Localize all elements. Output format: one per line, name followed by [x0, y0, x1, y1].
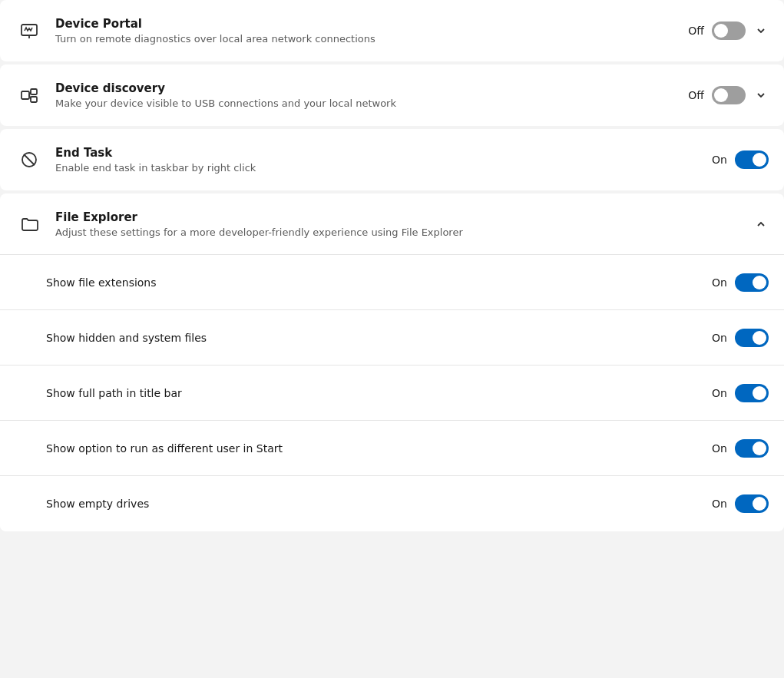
show-empty-drives-toggle[interactable]: [735, 494, 769, 513]
device-portal-toggle[interactable]: [712, 21, 746, 40]
end-task-desc: Enable end task in taskbar by right clic…: [55, 162, 709, 174]
show-run-as-different-user-status: On: [709, 442, 727, 455]
svg-rect-3: [22, 91, 29, 99]
device-portal-desc: Turn on remote diagnostics over local ar…: [55, 33, 686, 45]
file-explorer-chevron-up-icon[interactable]: [753, 217, 769, 232]
svg-line-9: [24, 154, 35, 165]
svg-rect-0: [22, 25, 37, 35]
svg-rect-4: [31, 89, 37, 94]
show-file-extensions-control: On: [709, 273, 769, 292]
show-run-as-different-user-label: Show option to run as different user in …: [46, 442, 709, 455]
end-task-toggle[interactable]: [735, 150, 769, 169]
device-portal-icon: [15, 17, 43, 45]
device-portal-control: Off: [686, 21, 769, 40]
show-run-as-different-user-toggle[interactable]: [735, 439, 769, 458]
sub-row-show-empty-drives: Show empty drivesOn: [0, 476, 784, 531]
file-explorer-control: [753, 217, 769, 232]
file-explorer-text: File ExplorerAdjust these settings for a…: [55, 210, 753, 238]
show-run-as-different-user-control: On: [709, 439, 769, 458]
show-hidden-system-files-label: Show hidden and system files: [46, 332, 709, 344]
setting-row-device-discovery: Device discoveryMake your device visible…: [0, 64, 784, 126]
svg-rect-5: [31, 97, 37, 102]
show-full-path-label: Show full path in title bar: [46, 387, 709, 399]
device-discovery-chevron-down-icon[interactable]: [753, 88, 769, 103]
device-discovery-status: Off: [686, 89, 704, 101]
show-full-path-status: On: [709, 387, 727, 399]
device-discovery-desc: Make your device visible to USB connecti…: [55, 98, 686, 109]
settings-container: Device PortalTurn on remote diagnostics …: [0, 0, 784, 531]
device-discovery-icon: [15, 81, 43, 109]
device-portal-text: Device PortalTurn on remote diagnostics …: [55, 17, 686, 45]
sub-row-show-full-path: Show full path in title barOn: [0, 365, 784, 421]
show-full-path-control: On: [709, 384, 769, 402]
show-hidden-system-files-status: On: [709, 332, 727, 344]
show-file-extensions-toggle[interactable]: [735, 273, 769, 292]
end-task-title: End Task: [55, 146, 709, 160]
device-portal-title: Device Portal: [55, 17, 686, 31]
show-full-path-toggle[interactable]: [735, 384, 769, 402]
end-task-control: On: [709, 150, 769, 169]
setting-card-device-portal: Device PortalTurn on remote diagnostics …: [0, 0, 784, 61]
file-explorer-desc: Adjust these settings for a more develop…: [55, 227, 753, 238]
show-hidden-system-files-toggle[interactable]: [735, 329, 769, 347]
end-task-text: End TaskEnable end task in taskbar by ri…: [55, 146, 709, 174]
show-file-extensions-label: Show file extensions: [46, 276, 709, 289]
setting-card-device-discovery: Device discoveryMake your device visible…: [0, 64, 784, 126]
file-explorer-title: File Explorer: [55, 210, 753, 224]
device-discovery-title: Device discovery: [55, 81, 686, 95]
file-explorer-icon: [15, 210, 43, 238]
setting-row-end-task: End TaskEnable end task in taskbar by ri…: [0, 129, 784, 190]
end-task-status: On: [709, 154, 727, 166]
setting-row-file-explorer: File ExplorerAdjust these settings for a…: [0, 193, 784, 255]
show-empty-drives-status: On: [709, 498, 727, 510]
setting-card-file-explorer: File ExplorerAdjust these settings for a…: [0, 193, 784, 531]
device-discovery-control: Off: [686, 86, 769, 104]
show-empty-drives-label: Show empty drives: [46, 498, 709, 510]
show-file-extensions-status: On: [709, 276, 727, 289]
sub-row-show-hidden-system-files: Show hidden and system filesOn: [0, 310, 784, 365]
sub-row-show-run-as-different-user: Show option to run as different user in …: [0, 421, 784, 476]
device-portal-chevron-down-icon[interactable]: [753, 23, 769, 38]
setting-card-end-task: End TaskEnable end task in taskbar by ri…: [0, 129, 784, 190]
sub-row-show-file-extensions: Show file extensionsOn: [0, 255, 784, 310]
show-hidden-system-files-control: On: [709, 329, 769, 347]
end-task-icon: [15, 146, 43, 174]
setting-row-device-portal: Device PortalTurn on remote diagnostics …: [0, 0, 784, 61]
show-empty-drives-control: On: [709, 494, 769, 513]
device-portal-status: Off: [686, 25, 704, 37]
device-discovery-text: Device discoveryMake your device visible…: [55, 81, 686, 109]
device-discovery-toggle[interactable]: [712, 86, 746, 104]
